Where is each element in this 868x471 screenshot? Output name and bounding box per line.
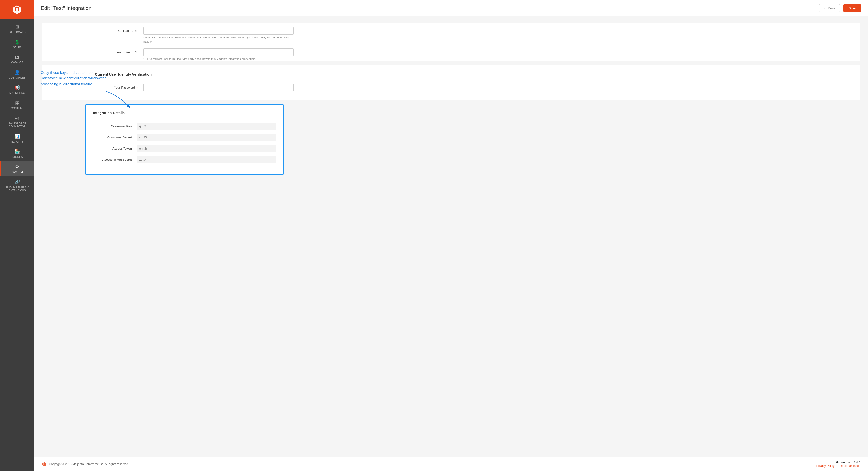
report-issue-link[interactable]: Report an Issue: [840, 464, 860, 468]
callback-url-input[interactable]: [144, 27, 293, 35]
partners-icon: 🔗: [14, 179, 20, 185]
footer-right: Magento ver. 2.4.5 Privacy Policy | Repo…: [816, 461, 860, 468]
identity-verification-section: Current User Identity Verification Your …: [42, 65, 860, 100]
access-token-secret-row: Access Token Secret: [93, 156, 276, 163]
sidebar-item-dashboard[interactable]: ⊞ DASHBOARD: [0, 21, 34, 37]
identity-link-url-field: URL to redirect user to link their 3rd p…: [144, 48, 293, 61]
password-row: Your Password *: [95, 84, 860, 91]
annotation-tooltip: Copy these keys and paste them into the …: [41, 70, 116, 87]
sidebar-item-reports[interactable]: 📊 REPORTS: [0, 131, 34, 146]
sidebar-item-label: MARKETING: [9, 92, 25, 94]
sidebar-navigation: ⊞ DASHBOARD 💲 SALES 🗂 CATALOG 👤 CUSTOMER…: [0, 20, 34, 195]
identity-link-url-input[interactable]: [144, 48, 293, 56]
save-button[interactable]: Save: [843, 4, 861, 12]
sidebar-item-customers[interactable]: 👤 CUSTOMERS: [0, 67, 34, 82]
consumer-secret-field: [136, 134, 276, 141]
access-token-secret-label: Access Token Secret: [93, 158, 136, 162]
sidebar-item-label: REPORTS: [11, 140, 24, 143]
sidebar: ⊞ DASHBOARD 💲 SALES 🗂 CATALOG 👤 CUSTOMER…: [0, 0, 34, 471]
integration-details-box: Integration Details Consumer Key Consume…: [85, 104, 284, 174]
footer-magento-label: Magento: [836, 461, 847, 464]
catalog-icon: 🗂: [15, 55, 20, 60]
header-actions: ← Back Save: [819, 4, 861, 12]
footer-magento-icon: [42, 462, 47, 467]
sales-icon: 💲: [14, 39, 20, 45]
dashboard-icon: ⊞: [16, 24, 19, 30]
footer-links: Privacy Policy | Report an Issue: [816, 464, 860, 468]
consumer-secret-row: Consumer Secret: [93, 134, 276, 141]
identity-link-url-hint: URL to redirect user to link their 3rd p…: [144, 57, 293, 61]
sidebar-item-marketing[interactable]: 📢 MARKETING: [0, 82, 34, 97]
sidebar-item-label: SALESFORCE CONNECTOR: [2, 122, 33, 128]
sidebar-item-salesforce-connector[interactable]: ◎ SALESFORCE CONNECTOR: [0, 112, 34, 131]
access-token-row: Access Token: [93, 145, 276, 152]
sidebar-item-label: SALES: [13, 46, 22, 49]
consumer-key-field: [136, 123, 276, 130]
footer-link-separator: |: [837, 464, 837, 468]
stores-icon: 🏪: [14, 149, 20, 154]
footer-copyright: Copyright © 2023 Magento Commerce Inc. A…: [49, 463, 129, 466]
system-icon: ⚙: [15, 164, 19, 169]
sidebar-logo: [0, 0, 34, 20]
footer-logo-area: Copyright © 2023 Magento Commerce Inc. A…: [42, 462, 129, 467]
consumer-secret-input[interactable]: [136, 134, 276, 141]
annotation-arrow-icon: [106, 92, 137, 113]
identity-link-url-row: Identity link URL URL to redirect user t…: [95, 48, 860, 61]
consumer-key-label: Consumer Key: [93, 125, 136, 128]
back-arrow-icon: ←: [824, 6, 827, 10]
page-title: Edit "Test" Integration: [41, 5, 92, 11]
sidebar-item-label: CONTENT: [11, 107, 24, 110]
password-field: [144, 84, 293, 91]
main-content: Edit "Test" Integration ← Back Save Copy…: [34, 0, 868, 471]
salesforce-icon: ◎: [15, 115, 19, 121]
identity-link-url-label: Identity link URL: [95, 48, 144, 54]
sidebar-item-label: CUSTOMERS: [9, 76, 26, 79]
access-token-secret-input[interactable]: [136, 156, 276, 163]
access-token-field: [136, 145, 276, 152]
sidebar-item-label: SYSTEM: [12, 171, 23, 173]
sidebar-item-content[interactable]: ▦ CONTENT: [0, 97, 34, 112]
password-input[interactable]: [144, 84, 293, 91]
sidebar-item-system[interactable]: ⚙ SYSTEM: [0, 161, 34, 176]
sidebar-item-label: CATALOG: [11, 61, 24, 64]
back-button[interactable]: ← Back: [819, 4, 840, 12]
sidebar-item-label: DASHBOARD: [9, 31, 26, 34]
marketing-icon: 📢: [14, 85, 20, 90]
callback-url-label: Callback URL: [95, 27, 144, 33]
consumer-secret-label: Consumer Secret: [93, 136, 136, 139]
sidebar-item-catalog[interactable]: 🗂 CATALOG: [0, 52, 34, 67]
footer-version: Magento ver. 2.4.5: [816, 461, 860, 464]
consumer-key-input[interactable]: [136, 123, 276, 130]
top-form-section: Callback URL Enter URL where Oauth crede…: [42, 23, 860, 61]
callback-url-field: Enter URL where Oauth credentials can be…: [144, 27, 293, 44]
content-area: Copy these keys and paste them into the …: [34, 16, 868, 457]
sidebar-item-label: FIND PARTNERS & EXTENSIONS: [2, 186, 33, 192]
page-header: Edit "Test" Integration ← Back Save: [34, 0, 868, 16]
footer-version-number: ver. 2.4.5: [848, 461, 860, 464]
content-icon: ▦: [15, 100, 20, 105]
sidebar-item-sales[interactable]: 💲 SALES: [0, 37, 34, 52]
sidebar-item-find-partners[interactable]: 🔗 FIND PARTNERS & EXTENSIONS: [0, 176, 34, 195]
access-token-secret-field: [136, 156, 276, 163]
access-token-input[interactable]: [136, 145, 276, 152]
required-indicator: *: [136, 86, 137, 89]
annotation-text: Copy these keys and paste them into the …: [41, 70, 106, 86]
section-title: Current User Identity Verification: [95, 72, 860, 79]
sidebar-item-stores[interactable]: 🏪 STORES: [0, 146, 34, 161]
consumer-key-row: Consumer Key: [93, 123, 276, 130]
customers-icon: 👤: [14, 70, 20, 75]
privacy-policy-link[interactable]: Privacy Policy: [816, 464, 835, 468]
reports-icon: 📊: [14, 134, 20, 139]
callback-url-hint: Enter URL where Oauth credentials can be…: [144, 36, 293, 44]
page-footer: Copyright © 2023 Magento Commerce Inc. A…: [34, 457, 868, 471]
sidebar-item-label: STORES: [12, 156, 23, 158]
callback-url-row: Callback URL Enter URL where Oauth crede…: [95, 27, 860, 44]
magento-logo-icon: [11, 4, 22, 15]
access-token-label: Access Token: [93, 147, 136, 150]
